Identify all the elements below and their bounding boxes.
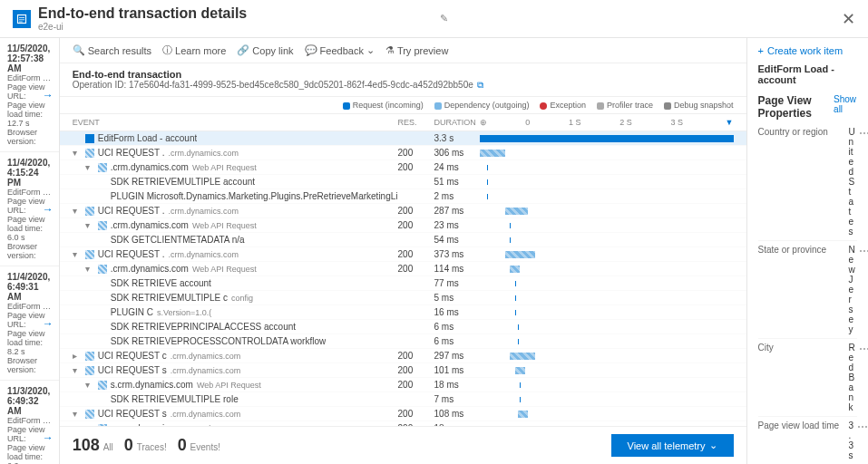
link-icon: 🔗 [237, 44, 249, 56]
opid-value: 17e5604d-fa31-4999-9525-bed45ce8c580_9dc… [129, 80, 473, 90]
event-row[interactable]: SDK RETRIEVE account 77 ms [60, 276, 746, 291]
event-duration: 77 ms [434, 278, 480, 288]
event-duration: 6 ms [434, 322, 480, 332]
event-label: UCI REQUEST c [98, 351, 167, 361]
event-res: 200 [398, 249, 434, 259]
event-label: SDK RETRIEVEMULTIPLE account [111, 177, 255, 187]
search-icon: 🔍 [73, 44, 85, 56]
property-value: New Jersey [849, 245, 855, 334]
event-row[interactable]: PLUGIN Microsoft.Dynamics.Marketing.Plug… [60, 189, 746, 204]
event-label: .crm.dynamics.com [111, 162, 189, 172]
event-row[interactable]: SDK RETRIEVEPRINCIPALACCESS account 6 ms [60, 320, 746, 334]
edit-icon[interactable]: ✎ [440, 13, 448, 24]
timeline-bar [480, 134, 734, 143]
legend: Request (incoming) Dependency (outgoing)… [60, 97, 746, 114]
session-item[interactable]: 11/5/2020, 12:57:38 AM EditForm Load - a… [0, 38, 59, 152]
timeline-bar [480, 381, 734, 390]
event-duration: 5 ms [434, 293, 480, 303]
property-value: Red Bank [849, 343, 855, 412]
learn-more-button[interactable]: ⓘLearn more [162, 44, 226, 57]
event-row[interactable]: ▾ UCI REQUEST s .crm.dynamics.com 200 10… [60, 363, 746, 378]
expand-icon[interactable]: ▾ [73, 409, 82, 419]
event-row[interactable]: ▾ s.crm.dynamics.com Web API Request 200… [60, 378, 746, 392]
event-label: UCI REQUEST . [98, 249, 165, 259]
more-icon[interactable]: ⋯ [855, 245, 868, 257]
filter-icon[interactable]: ▼ [726, 118, 734, 127]
event-duration: 54 ms [434, 235, 480, 245]
pvp-title: Page View PropertiesShow all [758, 94, 857, 120]
expand-icon[interactable]: ▸ [73, 351, 82, 361]
feedback-icon: 💬 [305, 44, 317, 56]
session-load: Page view load time: 12.7 s [7, 101, 52, 128]
event-row[interactable]: ▾ UCI REQUEST . .crm.dynamics.com 200 30… [60, 146, 746, 160]
search-results-button[interactable]: 🔍Search results [73, 44, 151, 56]
close-button[interactable]: ✕ [842, 9, 855, 29]
event-duration: 51 ms [434, 177, 480, 187]
legend-dependency: Dependency (outgoing) [434, 101, 530, 110]
legend-debug: Debug snapshot [664, 101, 734, 110]
timeline-bar [480, 352, 734, 361]
event-row[interactable]: ▾ UCI REQUEST s .crm.dynamics.com 200 10… [60, 407, 746, 421]
expand-icon[interactable]: ▾ [73, 365, 82, 375]
event-row[interactable]: ▸ UCI REQUEST c .crm.dynamics.com 200 29… [60, 349, 746, 363]
view-all-telemetry-button[interactable]: View all telemetry ⌄ [611, 434, 734, 457]
more-icon[interactable]: ⋯ [853, 420, 868, 433]
event-suffix: Web API Request [192, 163, 257, 172]
event-duration: 108 ms [434, 409, 480, 419]
session-item[interactable]: 11/4/2020, 6:49:31 AM EditForm Load - ac… [0, 266, 59, 381]
event-duration: 297 ms [434, 351, 480, 361]
more-icon[interactable]: ⋯ [855, 127, 868, 140]
session-load: Page view load time: 6.0 s [7, 215, 52, 242]
timeline-bar [480, 163, 734, 172]
expand-icon[interactable]: ▾ [85, 380, 94, 390]
event-row[interactable]: SDK RETRIEVEPROCESSCONTROLDATA workflow … [60, 334, 746, 349]
more-icon[interactable]: ⋯ [855, 343, 868, 355]
timeline-bar [480, 221, 734, 230]
event-duration: 18 ms [434, 380, 480, 390]
footer: 108 All 0 Traces! 0 Events! View all tel… [60, 426, 746, 464]
event-row[interactable]: SDK RETRIEVEMULTIPLE c config 5 ms [60, 291, 746, 305]
copy-link-button[interactable]: 🔗Copy link [237, 44, 293, 56]
col-event: Event [73, 118, 398, 127]
event-res: 200 [398, 409, 434, 419]
session-item[interactable]: 11/4/2020, 4:15:24 PM EditForm Load - ac… [0, 152, 59, 266]
event-row[interactable]: SDK RETRIEVEMULTIPLE account 51 ms [60, 175, 746, 189]
event-row[interactable]: SDK RETRIEVEMULTIPLE role 7 ms [60, 392, 746, 407]
event-label: SDK RETRIEVEPRINCIPALACCESS account [111, 322, 296, 332]
event-duration: 287 ms [434, 206, 480, 216]
event-label: PLUGIN C [111, 307, 153, 317]
expand-icon[interactable]: ▾ [73, 249, 82, 259]
expand-icon[interactable]: ▾ [85, 162, 94, 172]
create-work-item-button[interactable]: +Create work item [758, 45, 857, 56]
feedback-button[interactable]: 💬Feedback ⌄ [305, 44, 375, 56]
property-row: City Red Bank ⋯ [758, 339, 857, 417]
event-suffix: .crm.dynamics.com [168, 207, 239, 216]
event-row[interactable]: ▾ UCI REQUEST . .crm.dynamics.com 200 37… [60, 247, 746, 262]
property-key: City [758, 343, 849, 353]
event-row[interactable]: EditForm Load - account 3.3 s [60, 131, 746, 146]
session-item[interactable]: 11/3/2020, 6:49:32 AM EditForm Load - ac… [0, 381, 59, 464]
copy-opid-icon[interactable]: ⧉ [477, 80, 483, 90]
event-row[interactable]: ▾ .crm.dynamics.com Web API Request 200 … [60, 262, 746, 276]
event-res: 200 [398, 206, 434, 216]
event-row[interactable]: ▾ UCI REQUEST . .crm.dynamics.com 200 28… [60, 204, 746, 218]
expand-icon[interactable]: ▾ [85, 264, 94, 274]
event-row[interactable]: PLUGIN C s.Version=1.0.( 16 ms [60, 305, 746, 320]
show-all-link[interactable]: Show all [834, 94, 857, 120]
expand-icon[interactable]: ▾ [73, 148, 82, 158]
event-duration: 6 ms [434, 336, 480, 346]
session-browser: Browser version: [7, 356, 52, 374]
col-duration: Duration [434, 118, 480, 127]
event-row[interactable]: SDK GETCLIENTMETADATA n/a 54 ms [60, 233, 746, 247]
event-suffix: config [231, 294, 253, 303]
event-duration: 373 ms [434, 249, 480, 259]
count-events: 0 [178, 436, 187, 454]
property-value: United States [849, 127, 855, 237]
event-row[interactable]: ▾ .crm.dynamics.com Web API Request 200 … [60, 160, 746, 175]
try-preview-button[interactable]: ⚗Try preview [385, 44, 448, 56]
count-all: 108 [73, 436, 100, 454]
expand-icon[interactable]: ▾ [85, 220, 94, 230]
event-label: UCI REQUEST . [98, 148, 165, 158]
event-row[interactable]: ▾ .crm.dynamics.com Web API Request 200 … [60, 218, 746, 233]
expand-icon[interactable]: ▾ [73, 206, 82, 216]
